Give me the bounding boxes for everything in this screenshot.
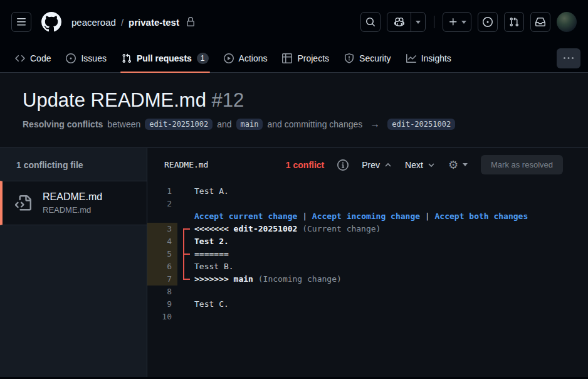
file-path: README.md <box>43 205 102 215</box>
play-icon <box>224 53 234 63</box>
global-menu-button[interactable] <box>11 12 31 32</box>
tab-actions[interactable]: Actions <box>216 44 275 72</box>
copilot-menu-button[interactable] <box>411 13 425 31</box>
editor-toolbar: README.md 1 conflict Prev Next <box>147 148 588 181</box>
code-line[interactable]: 10 <box>147 311 588 323</box>
conflict-count: 1 conflict <box>286 160 324 170</box>
issues-button[interactable] <box>478 12 498 32</box>
code-line[interactable]: 9Test C. <box>147 298 588 311</box>
tab-pull-requests[interactable]: Pull requests 1 <box>114 44 216 72</box>
conflicting-files-sidebar: 1 conflicting file README.md README.md <box>0 148 147 377</box>
tab-projects[interactable]: Projects <box>275 44 337 72</box>
editor-toolbar-actions: 1 conflict Prev Next ⚙ <box>286 155 563 174</box>
line-number: 5 <box>147 248 177 260</box>
kebab-horizontal-icon <box>564 53 574 63</box>
copilot-button <box>387 12 426 32</box>
copilot-icon <box>394 17 404 27</box>
code-segment: <<<<<<< edit-20251002 <box>194 224 302 233</box>
code-icon <box>15 53 25 63</box>
arrow-right-icon: → <box>370 119 380 130</box>
issue-opened-icon <box>66 53 76 63</box>
code-segment: Test 2. <box>194 237 229 246</box>
conflicting-files-heading: 1 conflicting file <box>0 148 147 181</box>
prev-conflict-button[interactable]: Prev <box>362 160 392 170</box>
code-line[interactable]: 2 <box>147 198 588 210</box>
codelens-action[interactable]: Accept current change <box>194 211 297 221</box>
conflict-bracket <box>177 248 194 260</box>
top-navbar: peaceroad / private-test <box>0 0 588 44</box>
tab-overflow-button[interactable] <box>557 48 580 68</box>
line-text: >>>>>>> main (Incoming change) <box>194 273 342 286</box>
code-segment: Test A. <box>194 186 229 196</box>
code-line[interactable]: 4Test 2. <box>147 235 588 248</box>
chevron-down-icon <box>461 21 466 24</box>
conflict-bracket <box>177 235 194 248</box>
code-segment: (Current change) <box>302 224 381 233</box>
breadcrumb-owner[interactable]: peaceroad <box>71 17 116 28</box>
codelens-action[interactable]: Accept incoming change <box>312 211 420 221</box>
code-segment: ======= <box>194 249 229 259</box>
code-editor[interactable]: 1Test A.2Accept current change | Accept … <box>147 181 588 377</box>
code-line[interactable]: 5======= <box>147 248 588 260</box>
lock-icon <box>186 17 196 27</box>
next-conflict-button[interactable]: Next <box>405 160 435 170</box>
line-number: 10 <box>147 311 177 323</box>
code-segment: (Incoming change) <box>258 274 342 284</box>
line-text: Test A. <box>194 185 229 198</box>
line-number: 3 <box>147 223 177 235</box>
breadcrumb: peaceroad / private-test <box>71 17 196 28</box>
subtitle-bold-text: Resolving conflicts <box>23 119 103 129</box>
navbar-actions <box>360 12 577 32</box>
chevron-up-icon <box>384 161 392 169</box>
target-branch-label[interactable]: edit-20251002 <box>387 119 455 130</box>
code-line[interactable]: 1Test A. <box>147 185 588 198</box>
user-avatar[interactable] <box>557 12 577 32</box>
tab-label: Issues <box>81 53 106 63</box>
info-icon <box>337 159 349 171</box>
prev-label: Prev <box>362 160 380 170</box>
info-button[interactable] <box>337 159 349 171</box>
mark-as-resolved-button[interactable]: Mark as resolved <box>481 155 563 174</box>
shield-icon <box>344 53 354 63</box>
code-line[interactable]: 7>>>>>>> main (Incoming change) <box>147 273 588 286</box>
tab-insights[interactable]: Insights <box>399 44 459 72</box>
line-text: Accept current change | Accept incoming … <box>194 210 528 223</box>
file-name: README.md <box>43 191 102 203</box>
line-number: 2 <box>147 198 177 210</box>
page-title: Update README.md #12 <box>23 89 565 112</box>
inbox-button[interactable] <box>530 12 550 32</box>
pull-requests-count-badge: 1 <box>197 53 209 64</box>
base-branch-label[interactable]: main <box>236 119 263 130</box>
conflict-bracket <box>177 298 194 311</box>
code-line[interactable]: 3<<<<<<< edit-20251002 (Current change) <box>147 223 588 235</box>
tab-security[interactable]: Security <box>337 44 399 72</box>
pull-requests-button[interactable] <box>504 12 524 32</box>
subtitle-text: between <box>107 119 140 129</box>
codelens-action[interactable]: Accept both changes <box>435 211 528 221</box>
pr-number: #12 <box>212 89 244 111</box>
editor-settings-button[interactable]: ⚙ <box>448 159 468 171</box>
copilot-chat-button[interactable] <box>387 13 411 31</box>
bracket-line <box>183 260 184 273</box>
tab-label: Projects <box>297 53 329 63</box>
github-logo[interactable] <box>41 12 61 32</box>
inbox-icon <box>535 17 545 27</box>
line-number <box>147 210 177 223</box>
conflicting-file-item[interactable]: README.md README.md <box>0 181 147 225</box>
code-line[interactable]: 6Tesst B. <box>147 260 588 273</box>
bracket-tick <box>184 254 190 255</box>
line-text: Test C. <box>194 298 229 311</box>
breadcrumb-repo[interactable]: private-test <box>129 17 179 28</box>
code-line[interactable]: 8 <box>147 286 588 298</box>
code-segment: Test C. <box>194 299 229 309</box>
codelens-row[interactable]: Accept current change | Accept incoming … <box>147 210 588 223</box>
conflict-bracket <box>177 223 194 235</box>
pr-header: Update README.md #12 Resolving conflicts… <box>0 73 588 147</box>
tab-code[interactable]: Code <box>8 44 58 72</box>
conflict-bracket <box>177 286 194 298</box>
codelens-separator: | <box>297 211 312 221</box>
create-new-button[interactable] <box>443 12 471 32</box>
search-button[interactable] <box>360 12 381 32</box>
tab-issues[interactable]: Issues <box>58 44 113 72</box>
head-branch-label[interactable]: edit-20251002 <box>145 119 213 130</box>
